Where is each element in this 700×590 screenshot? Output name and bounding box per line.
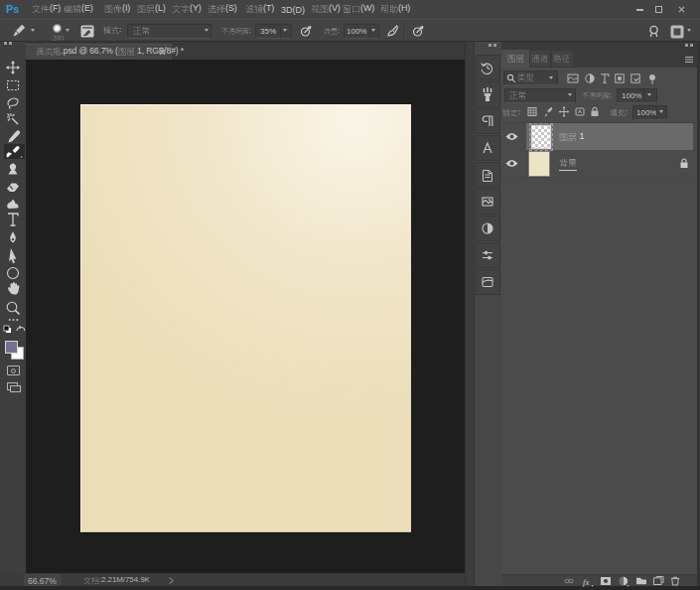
svg-text:fx: fx: [583, 577, 590, 587]
